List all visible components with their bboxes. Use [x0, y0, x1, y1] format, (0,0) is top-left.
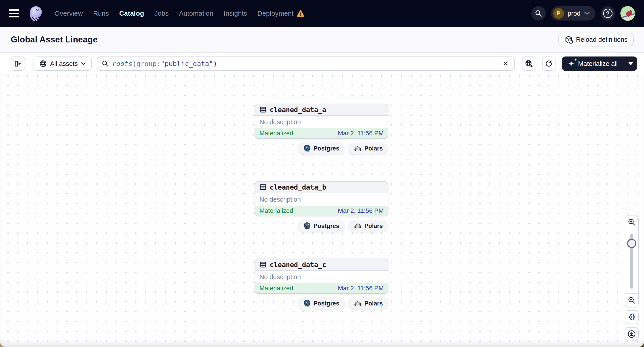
zoom-slider	[625, 229, 638, 293]
asset-tag-row: Postgres Polars	[255, 298, 388, 310]
asset-node-cleaned-data-c[interactable]: cleaned_data_c No description Materializ…	[255, 259, 388, 294]
zoom-out-button[interactable]	[625, 293, 638, 307]
tag-label: Polars	[364, 300, 383, 307]
lineage-toolbar: All assets roots(group:"public_data") ✕	[0, 53, 644, 75]
postgres-icon	[303, 222, 311, 230]
download-image-button[interactable]	[625, 327, 639, 341]
globe-icon	[39, 60, 47, 67]
asset-node-group: cleaned_data_c No description Materializ…	[255, 259, 388, 310]
tag-postgres[interactable]: Postgres	[298, 298, 345, 310]
table-icon	[260, 106, 266, 113]
asset-selection-input[interactable]: roots(group:"public_data") ✕	[97, 56, 515, 71]
asset-description: No description	[256, 193, 388, 206]
tag-postgres[interactable]: Postgres	[298, 220, 345, 232]
zoom-control-panel	[625, 215, 639, 308]
hamburger-menu-icon[interactable]	[9, 9, 19, 17]
nav-item-overview[interactable]: Overview	[54, 9, 83, 17]
refresh-button[interactable]	[542, 56, 556, 71]
asset-status-row: Materialized Mar 2, 11:56 PM	[256, 128, 388, 138]
download-icon	[627, 330, 636, 339]
asset-name: cleaned_data_a	[270, 106, 326, 114]
asset-selection-query: roots(group:"public_data")	[112, 60, 498, 68]
tag-polars[interactable]: Polars	[348, 142, 388, 155]
page-title: Global Asset Lineage	[11, 35, 98, 44]
nav-item-catalog[interactable]: Catalog	[119, 9, 144, 17]
nav-item-insights[interactable]: Insights	[224, 9, 247, 17]
zoom-slider-thumb[interactable]	[627, 239, 636, 248]
dagster-logo-icon[interactable]	[27, 5, 44, 22]
deployment-switcher[interactable]: P prod	[551, 6, 595, 20]
materialize-all-label: Materialize all	[578, 60, 618, 67]
reload-cube-icon	[565, 35, 573, 43]
clear-query-icon[interactable]: ✕	[501, 59, 510, 68]
asset-status-row: Materialized Mar 2, 11:56 PM	[256, 206, 388, 216]
asset-node-header: cleaned_data_b	[256, 182, 388, 193]
asset-tag-row: Postgres Polars	[255, 142, 388, 155]
tag-label: Postgres	[314, 300, 340, 307]
postgres-icon	[303, 145, 311, 152]
materialize-options-button[interactable]	[624, 56, 637, 71]
deployment-avatar: P	[553, 8, 564, 19]
search-icon	[535, 10, 542, 17]
primary-nav: Overview Runs Catalog Jobs Automation In…	[54, 9, 304, 17]
nav-item-deployment[interactable]: Deployment	[258, 9, 304, 17]
help-button[interactable]: ?	[601, 6, 615, 20]
asset-description: No description	[256, 271, 388, 283]
polars-icon	[354, 223, 362, 229]
asset-node-cleaned-data-b[interactable]: cleaned_data_b No description Materializ…	[255, 181, 388, 216]
chevron-down-icon	[584, 11, 590, 15]
caret-down-icon	[628, 62, 633, 65]
chevron-down-icon	[81, 62, 86, 65]
tag-polars[interactable]: Polars	[348, 220, 388, 232]
materialization-timestamp[interactable]: Mar 2, 11:56 PM	[338, 130, 384, 137]
question-icon: ?	[603, 9, 612, 18]
polars-icon	[354, 300, 362, 307]
asset-node-header: cleaned_data_a	[256, 104, 388, 116]
materialization-timestamp[interactable]: Mar 2, 11:56 PM	[338, 207, 384, 214]
asset-tag-row: Postgres Polars	[255, 220, 388, 232]
asset-scope-label: All assets	[50, 60, 78, 67]
status-badge: Materialized	[260, 285, 293, 292]
materialization-timestamp[interactable]: Mar 2, 11:56 PM	[338, 285, 384, 292]
graph-settings-button[interactable]: ⚙	[625, 310, 639, 324]
page-header: Global Asset Lineage Reload definitions	[0, 27, 644, 53]
asset-node-group: cleaned_data_b No description Materializ…	[255, 181, 388, 232]
nav-item-runs[interactable]: Runs	[93, 9, 109, 17]
asset-scope-dropdown[interactable]: All assets	[34, 56, 92, 71]
nav-item-automation[interactable]: Automation	[179, 9, 214, 17]
zoom-in-icon	[628, 218, 636, 226]
nav-item-jobs[interactable]: Jobs	[154, 9, 169, 17]
tag-polars[interactable]: Polars	[348, 298, 388, 310]
zoom-in-button[interactable]	[625, 216, 638, 229]
asset-node-header: cleaned_data_c	[256, 259, 388, 271]
expand-panel-button[interactable]	[11, 56, 25, 71]
global-search-button[interactable]	[532, 6, 546, 20]
top-nav: Overview Runs Catalog Jobs Automation In…	[0, 0, 644, 27]
zoom-out-icon	[628, 297, 636, 304]
asset-node-cleaned-data-a[interactable]: cleaned_data_a No description Materializ…	[255, 104, 388, 139]
status-badge: Materialized	[260, 130, 293, 137]
tag-label: Postgres	[314, 145, 340, 152]
asset-node-group: cleaned_data_a No description Materializ…	[255, 104, 388, 155]
warning-icon	[297, 10, 304, 17]
reload-definitions-label: Reload definitions	[576, 36, 628, 43]
sparkles-icon: ✦✦	[568, 60, 574, 67]
tag-label: Postgres	[314, 223, 340, 230]
materialize-all-button[interactable]: ✦✦ Materialize all	[562, 56, 624, 71]
tag-label: Polars	[364, 145, 383, 152]
nav-item-deployment-label: Deployment	[258, 9, 294, 17]
view-graph-scope-button[interactable]	[522, 56, 536, 71]
table-icon	[260, 261, 266, 268]
globe-plus-icon	[525, 60, 533, 68]
lineage-canvas[interactable]: cleaned_data_a No description Materializ…	[0, 75, 644, 347]
asset-description: No description	[256, 116, 388, 128]
dagster-app: Overview Runs Catalog Jobs Automation In…	[0, 0, 644, 347]
gear-icon: ⚙	[628, 312, 636, 322]
tag-postgres[interactable]: Postgres	[298, 142, 345, 155]
user-avatar[interactable]	[620, 6, 635, 21]
refresh-icon	[545, 60, 553, 68]
reload-definitions-button[interactable]: Reload definitions	[558, 32, 634, 46]
materialize-all-split-button: ✦✦ Materialize all	[562, 56, 637, 71]
asset-name: cleaned_data_b	[270, 183, 326, 191]
table-icon	[260, 184, 266, 191]
